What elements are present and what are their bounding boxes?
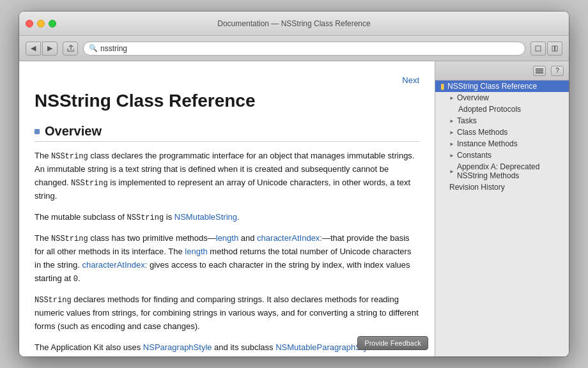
- paragraph-4: NSString declares methods for finding an…: [35, 293, 419, 334]
- triangle-icon-constants: ►: [449, 153, 454, 158]
- nsmutablestring-link[interactable]: NSMutableString: [174, 212, 237, 222]
- sidebar-item-tasks[interactable]: ► Tasks: [435, 115, 569, 126]
- section-anchor-icon: [35, 129, 40, 134]
- titlebar: Documentation — NSString Class Reference: [19, 12, 569, 36]
- forward-button[interactable]: ▶: [42, 42, 58, 56]
- window-title: Documentation — NSString Class Reference: [217, 19, 370, 28]
- back-button[interactable]: ◀: [26, 42, 41, 56]
- characteratindex-link[interactable]: characterAtIndex:: [257, 233, 322, 243]
- sidebar-help-icon[interactable]: ?: [551, 66, 564, 76]
- sidebar-item-revision[interactable]: Revision History: [435, 181, 569, 193]
- length-link-2[interactable]: length: [185, 247, 207, 256]
- section-title: Overview: [45, 124, 102, 139]
- sidebar-list-icon[interactable]: [533, 66, 546, 76]
- svg-rect-2: [555, 46, 558, 51]
- paragraph-1: The NSString class declares the programm…: [35, 150, 419, 203]
- triangle-icon-appendix: ►: [449, 169, 454, 174]
- next-link[interactable]: Next: [402, 75, 419, 85]
- sidebar-item-nsstring[interactable]: ▮ NSString Class Reference: [435, 80, 569, 92]
- next-link-container: Next: [35, 74, 419, 86]
- svg-rect-0: [536, 46, 541, 51]
- length-link[interactable]: length: [216, 233, 238, 243]
- close-button[interactable]: [26, 20, 33, 27]
- share-button[interactable]: [63, 42, 78, 56]
- search-input[interactable]: [100, 44, 520, 53]
- sidebar: ? ▮ NSString Class Reference ► Overview …: [435, 61, 569, 356]
- search-bar[interactable]: 🔍: [83, 42, 525, 56]
- sidebar-item-adopted-protocols[interactable]: Adopted Protocols: [435, 103, 569, 115]
- view-split-button[interactable]: [547, 42, 562, 56]
- sidebar-item-appendix[interactable]: ► Appendix A: Deprecated NSString Method…: [435, 161, 569, 181]
- nav-buttons: ◀ ▶: [26, 42, 58, 56]
- triangle-icon-tasks: ►: [449, 118, 454, 123]
- content-pane: Next NSString Class Reference Overview T…: [19, 61, 435, 356]
- sidebar-item-constants[interactable]: ► Constants: [435, 150, 569, 161]
- view-buttons: [530, 42, 562, 56]
- svg-rect-1: [552, 46, 555, 51]
- main-window: Documentation — NSString Class Reference…: [19, 12, 569, 356]
- characteratindex-link-2[interactable]: characterAtIndex:: [82, 260, 147, 270]
- page-title: NSString Class Reference: [35, 91, 419, 111]
- paragraph-2: The mutable subclass of NSString is NSMu…: [35, 211, 419, 224]
- sidebar-item-instance-methods[interactable]: ► Instance Methods: [435, 138, 569, 150]
- folder-icon: ▮: [440, 82, 445, 91]
- paragraph-3: The NSString class has two primitive met…: [35, 232, 419, 286]
- nsparagraphstyle-link[interactable]: NSParagraphStyle: [143, 342, 212, 352]
- triangle-icon-instance-methods: ►: [449, 141, 454, 146]
- traffic-lights: [26, 20, 56, 27]
- section-header: Overview: [35, 124, 419, 142]
- sidebar-item-class-methods[interactable]: ► Class Methods: [435, 126, 569, 138]
- sidebar-toolbar: ?: [435, 61, 569, 80]
- toolbar: ◀ ▶ 🔍: [19, 36, 569, 61]
- view-single-button[interactable]: [530, 42, 546, 56]
- sidebar-item-overview[interactable]: ► Overview: [435, 92, 569, 103]
- search-icon: 🔍: [89, 44, 98, 52]
- triangle-icon-class-methods: ►: [449, 130, 454, 135]
- main-area: Next NSString Class Reference Overview T…: [19, 61, 569, 356]
- minimize-button[interactable]: [37, 20, 45, 27]
- maximize-button[interactable]: [49, 20, 56, 27]
- triangle-icon: ►: [449, 95, 454, 100]
- provide-feedback-button[interactable]: Provide Feedback: [357, 336, 428, 350]
